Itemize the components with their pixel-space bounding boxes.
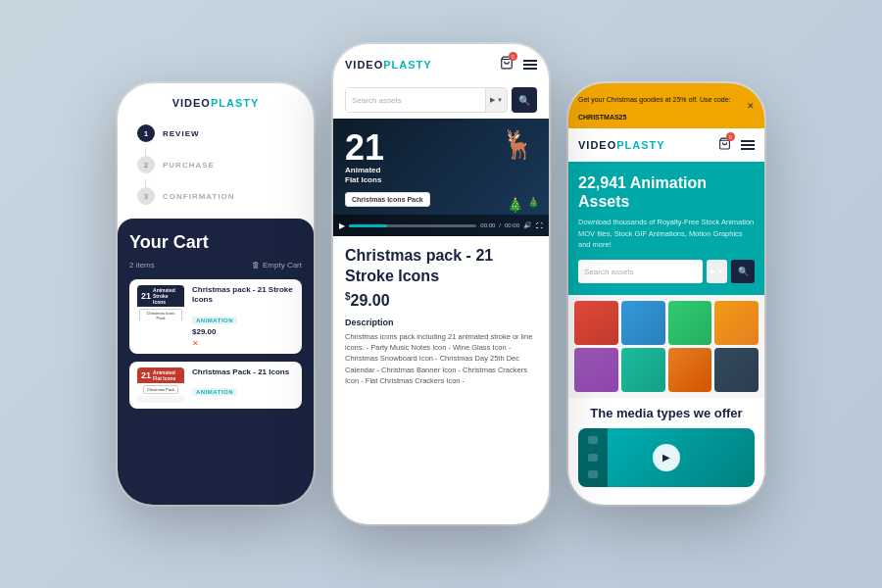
- search-button-center[interactable]: 🔍: [512, 87, 537, 113]
- asset-thumb-5[interactable]: [574, 348, 618, 392]
- item-thumbnail-2: 21 AnimatedFlat Icons Christmas Pack: [137, 368, 184, 403]
- hamburger-menu-right[interactable]: [741, 140, 755, 150]
- item-price-1: $29.00: [192, 327, 294, 336]
- promo-close-button[interactable]: ✕: [747, 101, 755, 111]
- time-total: 00:00: [505, 222, 519, 228]
- play-button[interactable]: ▶: [339, 221, 345, 230]
- video-label-box: Christmas Icons Pack: [345, 192, 430, 207]
- logo-center: VIDEOPLASTY: [345, 59, 432, 71]
- phone-cart: VIDEOPLASTY 1 REVIEW 2 PURCHASE 3 CONFIR…: [118, 83, 314, 505]
- time-separator: /: [499, 222, 501, 228]
- video-play-button[interactable]: ▶: [653, 444, 680, 471]
- cart-icon-right[interactable]: 0: [718, 136, 731, 154]
- media-title: The media types we offer: [578, 406, 755, 422]
- hero-section: 22,941 Animation Assets Download thousan…: [568, 162, 764, 295]
- video-preview[interactable]: ▶: [578, 428, 755, 487]
- logo-left: VIDEOPLASTY: [172, 97, 260, 109]
- asset-thumb-7[interactable]: [668, 348, 712, 392]
- product-video: 21 Animated Flat Icons Christmas Icons P…: [333, 119, 549, 236]
- cart-section: Your Cart 2 items 🗑 Empty Cart 21 Animat…: [118, 219, 314, 505]
- product-title: Christmas pack - 21 Stroke Icons: [345, 246, 537, 287]
- phone-homepage: Get your Christmas goodies at 25% off. U…: [568, 83, 764, 505]
- description-title: Description: [345, 318, 537, 327]
- step-circle-3: 3: [137, 187, 155, 205]
- search-input-wrap[interactable]: Search assets ▶ ▼: [345, 87, 508, 113]
- video-trees: 🎄 🎄: [507, 197, 539, 213]
- center-header: VIDEOPLASTY 0: [333, 44, 549, 81]
- item-badge-1: ANIMATION: [192, 317, 237, 324]
- header-icons-right: 0: [718, 136, 755, 154]
- promo-text: Get your Christmas goodies at 25% off. U…: [578, 88, 731, 123]
- search-bar-center: Search assets ▶ ▼ 🔍: [333, 81, 549, 119]
- hamburger-menu-center[interactable]: [523, 60, 537, 70]
- video-title-area: 21 Animated Flat Icons Christmas Icons P…: [345, 130, 430, 207]
- step-circle-2: 2: [137, 156, 155, 173]
- item-name-1: Christmas pack - 21 Stroke Icons: [192, 285, 294, 306]
- cart-title: Your Cart: [129, 232, 302, 253]
- cart-badge-center: 0: [509, 52, 517, 61]
- cart-meta: 2 items 🗑 Empty Cart: [129, 261, 302, 270]
- video-controls: ▶ 00:00 / 00:00 🔊 ⛶: [333, 215, 549, 236]
- search-placeholder-center: Search assets: [346, 88, 485, 112]
- left-header: VIDEOPLASTY: [118, 83, 314, 117]
- item-thumbnail-1: 21 AnimatedStroke Icons Christmas Icons …: [137, 285, 184, 320]
- asset-thumb-3[interactable]: [668, 301, 712, 345]
- progress-fill: [349, 224, 387, 227]
- search-type-filter[interactable]: ▶ ▼: [485, 88, 507, 112]
- fullscreen-icon[interactable]: ⛶: [536, 222, 543, 229]
- hero-subtitle: Download thousands of Royalty-Free Stock…: [578, 217, 755, 250]
- product-details: Christmas pack - 21 Stroke Icons $29.00 …: [333, 236, 549, 524]
- asset-grid: [568, 295, 764, 398]
- time-current: 00:00: [480, 222, 495, 228]
- right-search-bar: Search assets ▶ ▼ 🔍: [578, 260, 755, 283]
- product-price: $29.00: [345, 291, 537, 310]
- step-confirmation: 3 CONFIRMATION: [137, 187, 294, 205]
- volume-icon[interactable]: 🔊: [523, 221, 532, 229]
- cart-item-1: 21 AnimatedStroke Icons Christmas Icons …: [129, 279, 302, 354]
- right-search-input[interactable]: Search assets: [578, 260, 703, 283]
- asset-thumb-2[interactable]: [621, 301, 665, 345]
- video-deer-icon: 🦌: [501, 128, 535, 161]
- film-strip: [578, 428, 608, 487]
- right-header: VIDEOPLASTY 0: [568, 128, 764, 162]
- promo-banner: Get your Christmas goodies at 25% off. U…: [568, 83, 764, 128]
- cart-icon-wrapper[interactable]: 0: [500, 56, 514, 74]
- item-info-1: Christmas pack - 21 Stroke Icons ANIMATI…: [192, 285, 294, 348]
- step-purchase: 2 PURCHASE: [137, 156, 294, 173]
- cart-item-count: 2 items: [129, 261, 155, 270]
- checkout-steps: 1 REVIEW 2 PURCHASE 3 CONFIRMATION: [118, 117, 314, 219]
- item-info-2: Christmas Pack - 21 Icons ANIMATION: [192, 368, 294, 399]
- item-badge-2: ANIMATION: [192, 388, 237, 396]
- logo-right: VIDEOPLASTY: [578, 139, 665, 151]
- phone-product: VIDEOPLASTY 0 Search assets: [333, 44, 549, 524]
- asset-thumb-6[interactable]: [621, 348, 665, 392]
- cart-badge-right: 0: [726, 132, 735, 141]
- step-review: 1 REVIEW: [137, 124, 294, 142]
- header-icons-center: 0: [500, 56, 537, 74]
- right-search-button[interactable]: 🔍: [731, 260, 755, 283]
- empty-cart-button[interactable]: 🗑 Empty Cart: [252, 261, 302, 270]
- description-text: Christmas icons pack including 21 animat…: [345, 331, 537, 386]
- media-section: The media types we offer ▶: [568, 398, 764, 493]
- item-remove-1[interactable]: ✕: [192, 339, 294, 348]
- item-name-2: Christmas Pack - 21 Icons: [192, 368, 294, 377]
- progress-bar[interactable]: [349, 224, 476, 227]
- asset-thumb-1[interactable]: [574, 301, 618, 345]
- step-circle-1: 1: [137, 124, 155, 142]
- right-search-type[interactable]: ▶ ▼: [707, 260, 727, 283]
- hero-title: 22,941 Animation Assets: [578, 173, 755, 211]
- phones-container: VIDEOPLASTY 1 REVIEW 2 PURCHASE 3 CONFIR…: [98, 44, 784, 544]
- cart-item-2: 21 AnimatedFlat Icons Christmas Pack Chr…: [129, 362, 302, 409]
- asset-thumb-8[interactable]: [714, 348, 759, 392]
- asset-thumb-4[interactable]: [714, 301, 759, 345]
